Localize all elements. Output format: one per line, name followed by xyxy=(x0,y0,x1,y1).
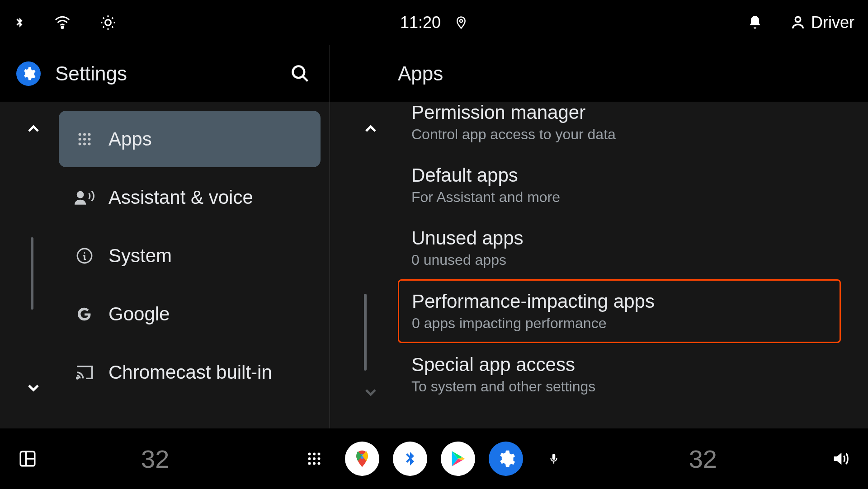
svg-point-16 xyxy=(77,377,78,378)
settings-app-button[interactable] xyxy=(489,442,523,476)
bottom-center xyxy=(297,442,571,476)
search-button[interactable] xyxy=(289,62,311,85)
sidebar-item-google[interactable]: Google xyxy=(59,286,321,342)
item-performance-impacting-apps[interactable]: Performance-impacting apps 0 apps impact… xyxy=(398,279,841,343)
svg-point-1 xyxy=(105,20,111,26)
chevron-down-icon xyxy=(362,383,380,401)
svg-point-22 xyxy=(313,457,316,460)
svg-point-0 xyxy=(61,26,64,28)
svg-point-26 xyxy=(318,462,321,465)
svg-point-24 xyxy=(308,462,311,465)
svg-point-2 xyxy=(460,19,462,22)
notification-bell-icon[interactable] xyxy=(747,14,763,32)
bluetooth-app-button[interactable] xyxy=(393,442,427,476)
user-name: Driver xyxy=(811,13,854,32)
brightness-icon xyxy=(99,14,117,31)
apps-grid-icon xyxy=(72,131,97,147)
svg-point-25 xyxy=(313,462,316,465)
svg-point-20 xyxy=(318,453,321,456)
sidebar-item-assistant[interactable]: Assistant & voice xyxy=(59,169,321,226)
voice-assistant-button[interactable] xyxy=(537,442,571,476)
bottom-left: 32 xyxy=(18,444,169,474)
right-body: Permission manager Control app access to… xyxy=(330,102,868,428)
scroll-up-button[interactable] xyxy=(357,115,384,142)
google-icon xyxy=(72,306,97,323)
item-title: Performance-impacting apps xyxy=(412,291,827,312)
svg-point-6 xyxy=(83,133,86,136)
svg-rect-28 xyxy=(552,454,556,460)
sidebar-label: Google xyxy=(108,303,170,325)
dashboard-icon[interactable] xyxy=(18,449,37,468)
speaker-icon xyxy=(830,450,850,468)
sidebar-label: Assistant & voice xyxy=(108,187,253,208)
wifi-icon xyxy=(52,14,72,31)
svg-point-14 xyxy=(77,191,84,198)
clock-time: 11:20 xyxy=(400,13,441,32)
svg-point-7 xyxy=(88,133,91,136)
svg-point-3 xyxy=(795,17,800,22)
scroll-up-button[interactable] xyxy=(20,115,47,142)
svg-point-9 xyxy=(83,138,86,141)
svg-point-5 xyxy=(79,133,81,136)
main-area: Settings Apps xyxy=(0,45,868,428)
right-pane: Apps Permission manager Control app acce… xyxy=(330,45,868,428)
svg-point-10 xyxy=(88,138,91,141)
item-subtitle: For Assistant and more xyxy=(411,189,827,206)
search-icon xyxy=(290,64,310,84)
play-store-button[interactable] xyxy=(441,442,475,476)
status-center: 11:20 xyxy=(400,13,468,32)
item-special-app-access[interactable]: Special app access To system and other s… xyxy=(398,343,841,406)
scroll-down-button[interactable] xyxy=(20,374,47,401)
sidebar-label: Chromecast built-in xyxy=(108,362,272,383)
settings-title: Settings xyxy=(55,62,289,85)
temp-left[interactable]: 32 xyxy=(141,444,169,474)
info-icon xyxy=(72,247,97,264)
item-default-apps[interactable]: Default apps For Assistant and more xyxy=(398,154,841,216)
bottom-bar: 32 32 xyxy=(0,428,868,489)
svg-point-4 xyxy=(293,66,305,78)
status-right: Driver xyxy=(747,13,854,32)
sidebar-label: Apps xyxy=(108,128,152,150)
svg-point-13 xyxy=(88,142,91,145)
item-title: Default apps xyxy=(411,165,827,186)
svg-point-23 xyxy=(318,457,321,460)
item-subtitle: Control app access to your data xyxy=(411,126,827,143)
person-icon xyxy=(790,15,806,30)
right-nav-column xyxy=(330,102,398,428)
sidebar-item-apps[interactable]: Apps xyxy=(59,111,321,167)
right-scroll-indicator xyxy=(364,294,367,371)
bluetooth-icon xyxy=(402,449,418,469)
chevron-down-icon xyxy=(24,379,42,397)
user-profile[interactable]: Driver xyxy=(790,13,854,32)
left-scroll-indicator xyxy=(31,237,33,310)
chevron-up-icon xyxy=(362,120,380,138)
right-header: Apps xyxy=(330,45,868,102)
item-subtitle: To system and other settings xyxy=(411,378,827,395)
sidebar-item-system[interactable]: System xyxy=(59,227,321,284)
svg-point-8 xyxy=(79,138,81,141)
app-launcher-button[interactable] xyxy=(297,442,331,476)
scroll-down-button[interactable] xyxy=(357,379,384,406)
left-body: Apps Assistant & voice System xyxy=(0,102,330,428)
maps-app-button[interactable] xyxy=(345,442,379,476)
temp-right[interactable]: 32 xyxy=(689,444,717,474)
item-unused-apps[interactable]: Unused apps 0 unused apps xyxy=(398,216,841,279)
item-permission-manager[interactable]: Permission manager Control app access to… xyxy=(398,102,841,154)
bluetooth-icon xyxy=(14,14,25,32)
svg-point-12 xyxy=(83,142,86,145)
apps-detail-list: Permission manager Control app access to… xyxy=(398,102,868,428)
location-icon xyxy=(454,14,468,31)
settings-category-list: Apps Assistant & voice System xyxy=(59,102,330,428)
play-icon xyxy=(449,449,467,469)
sidebar-label: System xyxy=(108,245,172,267)
svg-point-21 xyxy=(308,457,311,460)
item-title: Permission manager xyxy=(411,102,827,123)
volume-button[interactable] xyxy=(830,450,850,468)
assistant-voice-icon xyxy=(72,189,97,206)
left-nav-column xyxy=(0,102,59,428)
grid-icon xyxy=(306,451,322,467)
settings-app-icon xyxy=(16,61,41,86)
item-subtitle: 0 apps impacting performance xyxy=(412,315,827,332)
sidebar-item-chromecast[interactable]: Chromecast built-in xyxy=(59,344,321,400)
svg-point-18 xyxy=(308,453,311,456)
